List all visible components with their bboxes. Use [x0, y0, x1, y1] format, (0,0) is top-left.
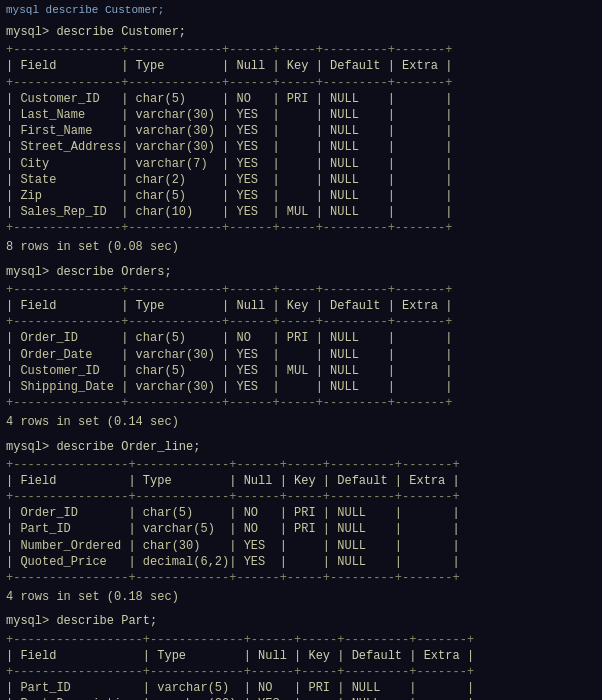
table-row: | Part_Description | varchar(30) | YES |…: [6, 696, 596, 700]
orders-header: | Field | Type | Null | Key | Default | …: [6, 298, 596, 314]
orderline-sep-top: +----------------+-------------+------+-…: [6, 457, 596, 473]
table-row: | Zip | char(5) | YES | | NULL | |: [6, 188, 596, 204]
table-row: | State | char(2) | YES | | NULL | |: [6, 172, 596, 188]
part-prompt: mysql> describe Part;: [6, 613, 596, 629]
customer-header: | Field | Type | Null | Key | Default | …: [6, 58, 596, 74]
orderline-sep-mid: +----------------+-------------+------+-…: [6, 489, 596, 505]
table-row: | Part_ID | varchar(5) | NO | PRI | NULL…: [6, 680, 596, 696]
orderline-header: | Field | Type | Null | Key | Default | …: [6, 473, 596, 489]
orders-sep-top: +---------------+-------------+------+--…: [6, 282, 596, 298]
part-table-section: mysql> describe Part; +-----------------…: [6, 613, 596, 700]
title-bar: mysql describe Customer;: [6, 4, 596, 16]
part-sep-top: +------------------+-------------+------…: [6, 632, 596, 648]
table-row: | First_Name | varchar(30) | YES | | NUL…: [6, 123, 596, 139]
table-row: | Customer_ID | char(5) | NO | PRI | NUL…: [6, 91, 596, 107]
orders-sep-mid: +---------------+-------------+------+--…: [6, 314, 596, 330]
orderline-prompt: mysql> describe Order_line;: [6, 439, 596, 455]
table-row: | Quoted_Price | decimal(6,2)| YES | | N…: [6, 554, 596, 570]
table-row: | Number_Ordered | char(30) | YES | | NU…: [6, 538, 596, 554]
table-row: | City | varchar(7) | YES | | NULL | |: [6, 156, 596, 172]
part-sep-mid: +------------------+-------------+------…: [6, 664, 596, 680]
table-row: | Shipping_Date | varchar(30) | YES | | …: [6, 379, 596, 395]
table-row: | Order_Date | varchar(30) | YES | | NUL…: [6, 347, 596, 363]
table-row: | Customer_ID | char(5) | YES | MUL | NU…: [6, 363, 596, 379]
customer-sep-bot: +---------------+-------------+------+--…: [6, 220, 596, 236]
customer-prompt: mysql> describe Customer;: [6, 24, 596, 40]
orders-table-section: mysql> describe Orders; +---------------…: [6, 264, 596, 431]
table-row: | Order_ID | char(5) | NO | PRI | NULL |…: [6, 330, 596, 346]
table-row: | Order_ID | char(5) | NO | PRI | NULL |…: [6, 505, 596, 521]
orders-result: 4 rows in set (0.14 sec): [6, 414, 596, 430]
customer-sep-top: +---------------+-------------+------+--…: [6, 42, 596, 58]
table-row: | Street_Address| varchar(30) | YES | | …: [6, 139, 596, 155]
part-header: | Field | Type | Null | Key | Default | …: [6, 648, 596, 664]
orders-sep-bot: +---------------+-------------+------+--…: [6, 395, 596, 411]
table-row: | Part_ID | varchar(5) | NO | PRI | NULL…: [6, 521, 596, 537]
customer-result: 8 rows in set (0.08 sec): [6, 239, 596, 255]
orders-prompt: mysql> describe Orders;: [6, 264, 596, 280]
orderline-sep-bot: +----------------+-------------+------+-…: [6, 570, 596, 586]
customer-sep-mid: +---------------+-------------+------+--…: [6, 75, 596, 91]
table-row: | Sales_Rep_ID | char(10) | YES | MUL | …: [6, 204, 596, 220]
terminal-window: mysql describe Customer; mysql> describe…: [0, 0, 602, 700]
orderline-result: 4 rows in set (0.18 sec): [6, 589, 596, 605]
customer-table-section: mysql> describe Customer; +-------------…: [6, 24, 596, 256]
table-row: | Last_Name | varchar(30) | YES | | NULL…: [6, 107, 596, 123]
orderline-table-section: mysql> describe Order_line; +-----------…: [6, 439, 596, 606]
